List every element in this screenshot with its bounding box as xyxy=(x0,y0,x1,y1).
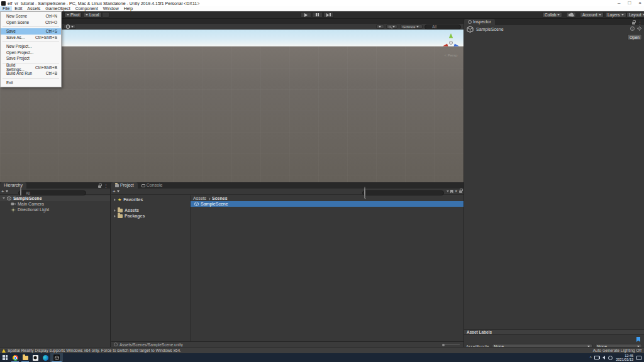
local-toggle-button[interactable]: Local xyxy=(83,12,102,18)
network-icon[interactable] xyxy=(608,356,613,360)
layers-button[interactable]: Layers xyxy=(605,12,626,18)
inspector-asset-title: SampleScene xyxy=(476,27,504,31)
tab-project[interactable]: Project xyxy=(111,182,138,189)
scene-search-input[interactable] xyxy=(425,25,461,30)
breadcrumb-assets[interactable]: Assets xyxy=(193,196,206,200)
menu-item-open-project[interactable]: Open Project... xyxy=(1,50,61,56)
layout-button[interactable]: Layout xyxy=(626,12,644,18)
project-item-packages[interactable]: Packages xyxy=(111,213,190,219)
unity-app-icon xyxy=(1,1,6,6)
hidden-packages-icon[interactable] xyxy=(459,190,462,193)
thumbnail-zoom-slider[interactable] xyxy=(442,344,460,345)
lock-icon[interactable] xyxy=(98,185,101,188)
create-button[interactable]: + xyxy=(1,189,4,194)
search-by-label-icon[interactable] xyxy=(450,190,453,194)
camera-icon xyxy=(11,202,16,206)
perspective-label[interactable]: < Persp xyxy=(436,53,464,57)
account-button[interactable]: Account xyxy=(580,12,604,18)
lock-icon[interactable] xyxy=(632,22,635,25)
menu-item-open-scene[interactable]: Open Scene Ctrl+O xyxy=(1,19,61,26)
menu-item-new-scene[interactable]: New Scene Ctrl+N xyxy=(1,13,61,19)
menu-item-build-settings[interactable]: Build Settings... Ctrl+Shift+B xyxy=(1,65,61,71)
search-by-type-icon[interactable] xyxy=(447,190,449,192)
menu-item-save-project[interactable]: Save Project xyxy=(1,55,61,62)
menu-item-exit[interactable]: Exit xyxy=(1,80,61,86)
notification-center-icon[interactable] xyxy=(636,356,641,360)
effects-toggle-button[interactable] xyxy=(64,25,76,29)
chevron-down-icon xyxy=(71,26,74,28)
menubar-edit[interactable]: Edit xyxy=(12,6,25,11)
hierarchy-item-scene[interactable]: SampleScene xyxy=(0,195,110,201)
scene-tools-button[interactable] xyxy=(376,25,384,29)
label-tag-icon[interactable] xyxy=(636,337,640,342)
collab-button[interactable]: Collab xyxy=(542,12,562,18)
status-bar[interactable]: Spatial Reality Display supports Windows… xyxy=(0,347,644,353)
tab-inspector[interactable]: Inspector xyxy=(464,19,495,25)
foldout-closed-icon[interactable] xyxy=(114,199,116,201)
panel-menu-icon[interactable]: ⋮ xyxy=(638,20,642,25)
search-icon xyxy=(364,187,368,191)
grid-snap-button[interactable] xyxy=(102,12,109,18)
hierarchy-item-light[interactable]: Directional Light xyxy=(0,207,110,212)
menubar-assets[interactable]: Assets xyxy=(25,6,43,11)
gizmos-dropdown[interactable]: Gizmos xyxy=(400,25,423,29)
project-asset-samplescene[interactable]: SampleScene xyxy=(191,201,464,207)
menubar-file[interactable]: File xyxy=(0,6,12,11)
menu-item-build-and-run[interactable]: Build And Run Ctrl+B xyxy=(1,70,61,77)
menubar-window[interactable]: Window xyxy=(101,6,121,11)
help-icon[interactable]: ? xyxy=(630,26,635,31)
taskbar-edge[interactable] xyxy=(40,353,50,362)
maximize-button[interactable]: □ xyxy=(628,0,631,6)
breadcrumb-scenes[interactable]: Scenes xyxy=(212,196,228,200)
minimize-button[interactable]: – xyxy=(618,0,620,6)
foldout-open-icon[interactable] xyxy=(3,197,5,199)
taskbar-unity-editor[interactable] xyxy=(50,353,63,362)
close-button[interactable]: × xyxy=(638,0,641,6)
favorites-search-icon[interactable]: ★ xyxy=(455,189,458,194)
tab-console[interactable]: Console xyxy=(138,182,167,189)
unity-scene-icon xyxy=(114,343,118,346)
scene-canvas[interactable]: < Persp xyxy=(0,30,464,182)
asset-labels-header[interactable]: Asset Labels xyxy=(464,329,644,335)
chevron-down-icon xyxy=(621,14,624,16)
taskbar-unity-hub[interactable] xyxy=(30,353,40,362)
panel-menu-icon[interactable]: ⋮ xyxy=(104,184,108,188)
start-button[interactable] xyxy=(0,353,10,362)
play-button[interactable] xyxy=(301,12,311,18)
volume-icon[interactable] xyxy=(602,356,605,359)
taskbar-chrome[interactable] xyxy=(10,353,20,362)
hierarchy-item-camera[interactable]: Main Camera xyxy=(0,201,110,207)
menubar-help[interactable]: Help xyxy=(121,6,135,11)
cloud-icon[interactable] xyxy=(566,12,576,18)
taskbar-clock[interactable]: 12:45 2021/01/13 xyxy=(616,354,633,361)
foldout-closed-icon[interactable] xyxy=(114,215,116,217)
step-button[interactable] xyxy=(323,12,334,18)
orientation-gizmo[interactable] xyxy=(440,32,462,53)
menubar-component[interactable]: Component xyxy=(73,6,101,11)
menu-item-save[interactable]: Save Ctrl+S xyxy=(1,28,61,35)
create-asset-button[interactable]: + xyxy=(113,189,116,194)
menubar-gameobject[interactable]: GameObject xyxy=(43,6,72,11)
tray-expand-icon[interactable]: ^ xyxy=(590,356,592,359)
menu-item-new-project[interactable]: New Project... xyxy=(1,43,61,50)
scene-view-panel: Scene Asset Store Shaded 2D Gizmos xyxy=(0,19,464,182)
titlebar: elf_vr_tutorial - SampleScene - PC, Mac … xyxy=(0,0,644,6)
project-item-favorites[interactable]: ★ Favorites xyxy=(111,197,190,202)
menu-item-save-as[interactable]: Save As... Ctrl+Shift+S xyxy=(1,35,61,41)
chevron-down-icon xyxy=(557,14,560,16)
chevron-down-icon xyxy=(599,14,601,16)
pivot-toggle-button[interactable]: Pivot xyxy=(64,12,82,18)
play-controls xyxy=(301,12,334,18)
open-button[interactable]: Open xyxy=(627,34,642,40)
tools-icon xyxy=(379,26,381,28)
hierarchy-search-input[interactable] xyxy=(18,190,86,195)
camera-settings-dropdown[interactable] xyxy=(386,25,397,29)
project-item-assets[interactable]: Assets xyxy=(111,207,190,213)
taskbar-explorer[interactable] xyxy=(20,353,30,362)
gear-icon[interactable] xyxy=(637,26,641,31)
project-search-input[interactable] xyxy=(362,190,444,195)
inspector-header: SampleScene xyxy=(464,25,644,33)
hierarchy-panel: Hierarchy ⋮ + SampleScene Main xyxy=(0,182,111,347)
pause-button[interactable] xyxy=(312,12,323,18)
foldout-closed-icon[interactable] xyxy=(114,209,116,212)
